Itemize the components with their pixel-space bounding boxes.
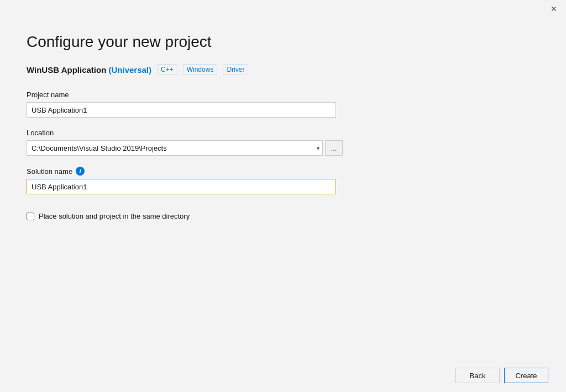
- create-button[interactable]: Create: [504, 368, 548, 383]
- dialog-content: Configure your new project WinUSB Applic…: [0, 18, 566, 359]
- same-directory-label[interactable]: Place solution and project in the same d…: [39, 212, 190, 220]
- page-title: Configure your new project: [27, 33, 539, 51]
- project-name-section: Project name: [27, 91, 539, 118]
- project-name-label: Project name: [27, 91, 539, 99]
- location-input[interactable]: [27, 140, 323, 156]
- close-icon: ✕: [551, 4, 557, 13]
- same-directory-checkbox[interactable]: [27, 213, 34, 220]
- close-button[interactable]: ✕: [546, 1, 562, 17]
- tag-driver: Driver: [223, 64, 248, 75]
- project-type-name: WinUSB Application (Universal): [27, 65, 151, 75]
- solution-name-input[interactable]: [27, 179, 336, 194]
- tag-cpp: C++: [157, 64, 177, 75]
- location-label: Location: [27, 129, 539, 137]
- browse-label: ...: [331, 144, 337, 152]
- same-directory-checkbox-row: Place solution and project in the same d…: [27, 212, 539, 220]
- back-button[interactable]: Back: [455, 368, 500, 383]
- solution-name-info-icon[interactable]: i: [76, 167, 85, 176]
- solution-name-label: Solution name i: [27, 167, 539, 176]
- tag-windows: Windows: [183, 64, 218, 75]
- browse-button[interactable]: ...: [325, 140, 343, 156]
- location-row: ▾ ...: [27, 140, 539, 156]
- project-type-plain: WinUSB Application: [27, 65, 106, 75]
- configure-project-dialog: ✕ Configure your new project WinUSB Appl…: [0, 0, 566, 392]
- project-type-row: WinUSB Application (Universal) C++ Windo…: [27, 64, 539, 75]
- titlebar: ✕: [0, 0, 566, 18]
- project-name-input[interactable]: [27, 102, 336, 118]
- project-type-highlight: (Universal): [108, 65, 151, 75]
- solution-name-section: Solution name i: [27, 167, 539, 194]
- location-section: Location ▾ ...: [27, 129, 539, 156]
- location-select-wrapper: ▾: [27, 140, 323, 156]
- footer: Back Create: [0, 359, 566, 392]
